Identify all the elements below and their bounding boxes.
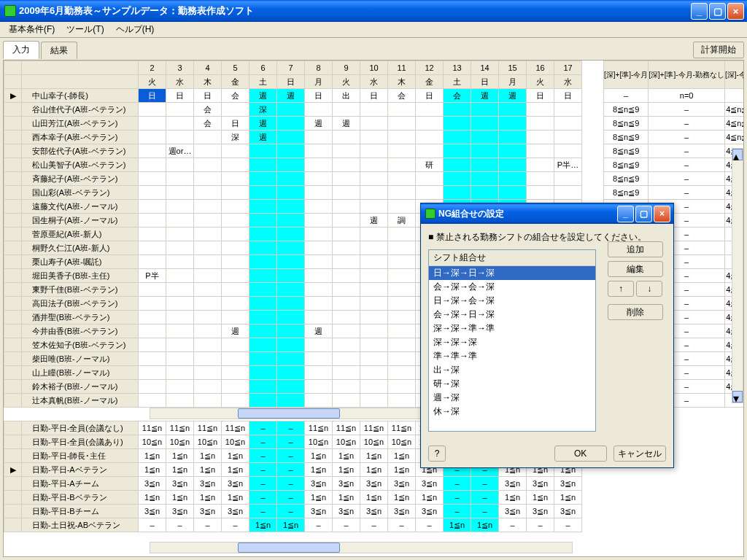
- table-row[interactable]: 8≦n≦9–4≦n≦5: [604, 158, 744, 172]
- move-up-button[interactable]: ↑: [608, 281, 634, 297]
- table-row[interactable]: 8≦n≦9–4≦n≦5: [604, 131, 744, 144]
- menu-help[interactable]: ヘルプ(H): [110, 22, 160, 37]
- table-row[interactable]: 国山彩(A班-ベテラン): [4, 186, 582, 200]
- table-row[interactable]: 日勤-土日祝-ABベテラン––––1≦n1≦n–––––1≦n1≦n–––: [4, 518, 582, 532]
- calculate-button[interactable]: 計算開始: [693, 42, 744, 58]
- right-grid-vscroll[interactable]: ▴▾: [732, 148, 743, 403]
- tab-result[interactable]: 結果: [41, 42, 77, 59]
- bottom-grid-hscroll[interactable]: [150, 542, 573, 553]
- table-row[interactable]: ▶中山幸子(-師長)日日日会週週日出日会日会週週日日: [4, 89, 582, 103]
- move-down-button[interactable]: ↓: [636, 281, 662, 297]
- list-item[interactable]: 日→深→日→深: [429, 266, 595, 280]
- shift-combination-list[interactable]: シフト組合せ 日→深→日→深会→深→会→深日→深→会→深会→深→日→深深→深→準…: [428, 249, 596, 432]
- help-button[interactable]: ?: [428, 446, 446, 462]
- app-icon: [4, 5, 16, 17]
- window-titlebar: 2009年6月勤務表～サンプルデータ：勤務表作成ソフト _ ▢ ×: [0, 0, 747, 22]
- table-row[interactable]: 8≦n≦9–4≦n≦5: [604, 103, 744, 117]
- dialog-titlebar: NG組合せの設定 _ ▢ ×: [421, 203, 673, 224]
- list-item[interactable]: 週→深: [429, 391, 595, 405]
- list-item[interactable]: 会→深→会→深: [429, 280, 595, 294]
- list-item[interactable]: 深→深→準→準: [429, 322, 595, 335]
- minimize-button[interactable]: _: [691, 3, 708, 20]
- table-row[interactable]: 日勤-平日-Aチーム3≦n3≦n3≦n3≦n––3≦n3≦n3≦n3≦n3≦n–…: [4, 477, 582, 491]
- table-row[interactable]: 日勤-平日-Bベテラン1≦n1≦n1≦n1≦n––1≦n1≦n1≦n1≦n1≦n…: [4, 491, 582, 505]
- edit-button[interactable]: 編集: [608, 261, 663, 277]
- table-row[interactable]: 斉藤紀子(A班-ベテラン): [4, 172, 582, 186]
- table-row[interactable]: 西本幸子(A班-ベテラン)深週: [4, 131, 582, 144]
- table-row[interactable]: 谷山佳代子(A班-ベテラン)会深: [4, 103, 582, 117]
- dialog-icon: [425, 209, 436, 219]
- list-item[interactable]: 日→深→会→深: [429, 294, 595, 308]
- menu-basic[interactable]: 基本条件(F): [3, 22, 61, 37]
- ng-combination-dialog: NG組合せの設定 _ ▢ × ■ 禁止される勤務シフトの組合せを設定してください…: [420, 203, 674, 468]
- cancel-button[interactable]: キャンセル: [614, 446, 666, 462]
- table-row[interactable]: 日勤-平日-Bチーム3≦n3≦n3≦n3≦n––3≦n3≦n3≦n3≦n3≦n–…: [4, 505, 582, 518]
- table-row[interactable]: 8≦n≦9–4≦n≦5: [604, 186, 744, 200]
- list-item[interactable]: 準→準→準: [429, 349, 595, 363]
- dialog-minimize-button[interactable]: _: [617, 206, 634, 222]
- window-title: 2009年6月勤務表～サンプルデータ：勤務表作成ソフト: [19, 4, 254, 18]
- dialog-maximize-button[interactable]: ▢: [635, 206, 652, 222]
- list-item[interactable]: 研→深: [429, 377, 595, 391]
- dialog-title: NG組合せの設定: [438, 208, 504, 220]
- tab-input[interactable]: 入力: [3, 41, 39, 59]
- table-row[interactable]: 松山美智子(A班-ベテラン)研P半…: [4, 158, 582, 172]
- table-row[interactable]: 山田芳江(A班-ベテラン)会日週週週: [4, 117, 582, 131]
- table-row[interactable]: 8≦n≦9–4≦n≦5: [604, 144, 744, 158]
- close-button[interactable]: ×: [727, 3, 744, 20]
- add-button[interactable]: 追加: [608, 241, 663, 257]
- table-row[interactable]: 8≦n≦9–4≦n≦5: [604, 172, 744, 186]
- table-row[interactable]: –n=0: [604, 89, 744, 103]
- dialog-close-button[interactable]: ×: [654, 206, 670, 222]
- list-header: シフト組合せ: [429, 250, 595, 266]
- toolbar: 入力 結果 計算開始: [0, 38, 747, 58]
- ok-button[interactable]: OK: [554, 446, 607, 462]
- list-item[interactable]: 会→深→日→深: [429, 308, 595, 322]
- delete-button[interactable]: 削除: [608, 304, 663, 320]
- table-row[interactable]: 8≦n≦9–4≦n≦5: [604, 117, 744, 131]
- list-item[interactable]: 深→深→深: [429, 335, 595, 349]
- maximize-button[interactable]: ▢: [709, 3, 726, 20]
- menubar: 基本条件(F) ツール(T) ヘルプ(H): [0, 22, 747, 38]
- menu-tools[interactable]: ツール(T): [61, 22, 109, 37]
- table-row[interactable]: 安部佐代子(A班-ベテラン)週or…: [4, 144, 582, 158]
- list-item[interactable]: 休→深: [429, 405, 595, 419]
- list-item[interactable]: 出→深: [429, 363, 595, 377]
